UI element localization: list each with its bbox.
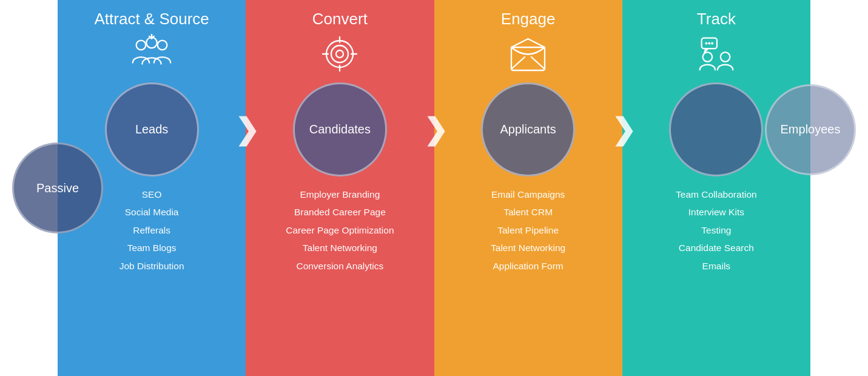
candidates-label: Candidates xyxy=(309,123,371,136)
attract-header: Attract & Source xyxy=(94,0,209,29)
employees-label: Employees xyxy=(781,123,841,136)
track-feature-5: Emails xyxy=(702,257,731,275)
convert-feature-5: Conversion Analytics xyxy=(296,257,383,275)
engage-feature-2: Talent CRM xyxy=(503,203,553,221)
svg-point-4 xyxy=(331,45,348,62)
leads-node: Leads xyxy=(105,82,199,176)
svg-point-16 xyxy=(705,42,707,44)
track-feature-4: Candidate Search xyxy=(679,239,754,257)
convert-feature-2: Branded Career Page xyxy=(294,203,386,221)
engage-section: Engage Applicants ❯ Email Cam xyxy=(434,0,622,376)
passive-label: Passive xyxy=(36,181,79,195)
attract-chevron: ❯ xyxy=(235,115,259,144)
track-features: Team Collaboration Interview Kits Testin… xyxy=(676,183,757,376)
engage-circle-row: Applicants ❯ xyxy=(434,76,622,183)
convert-feature-1: Employer Branding xyxy=(300,186,380,203)
applicants-node: Applicants xyxy=(481,82,575,176)
track-feature-1: Team Collaboration xyxy=(676,186,757,203)
track-feature-2: Interview Kits xyxy=(688,203,744,221)
track-icon xyxy=(693,31,740,76)
svg-point-14 xyxy=(721,52,730,62)
svg-point-13 xyxy=(702,52,712,62)
passive-node: Passive xyxy=(12,143,103,233)
convert-chevron: ❯ xyxy=(423,115,448,144)
track-circle-row: Employees xyxy=(622,76,810,183)
convert-feature-4: Talent Networking xyxy=(303,239,377,257)
attract-feature-4: Team Blogs xyxy=(127,239,177,257)
attract-feature-5: Job Distribution xyxy=(119,257,184,275)
passive-circle-wrapper: Passive xyxy=(12,143,103,233)
employees-node: Employees xyxy=(765,84,856,175)
engage-header: Engage xyxy=(501,0,556,29)
engage-feature-4: Talent Networking xyxy=(491,239,565,257)
employees-column xyxy=(810,0,868,376)
attract-feature-1: SEO xyxy=(142,186,162,203)
convert-circle-row: Candidates ❯ xyxy=(246,76,434,183)
passive-column: Passive xyxy=(0,0,58,376)
convert-section: Convert Candidates ❯ Employer Branding B… xyxy=(246,0,434,376)
attract-feature-2: Social Media xyxy=(125,203,179,221)
svg-point-5 xyxy=(336,50,343,58)
engage-chevron: ❯ xyxy=(611,115,636,144)
track-section: Track E xyxy=(622,0,810,376)
track-main-node xyxy=(669,82,763,176)
convert-feature-3: Career Page Optimization xyxy=(286,221,394,239)
attract-icon xyxy=(128,31,175,76)
convert-header: Convert xyxy=(312,0,368,29)
convert-icon xyxy=(318,31,361,76)
svg-line-11 xyxy=(511,57,525,69)
track-header: Track xyxy=(697,0,736,29)
leads-label: Leads xyxy=(135,123,169,136)
svg-point-3 xyxy=(326,41,353,67)
convert-features: Employer Branding Branded Career Page Ca… xyxy=(286,183,394,376)
engage-feature-5: Application Form xyxy=(493,257,563,275)
diagram: Passive Attract & Source xyxy=(0,0,868,376)
svg-line-12 xyxy=(531,57,545,69)
engage-feature-1: Email Campaigns xyxy=(491,186,565,203)
applicants-label: Applicants xyxy=(500,123,556,136)
svg-point-17 xyxy=(708,42,710,44)
engage-icon xyxy=(505,31,551,76)
candidates-node: Candidates xyxy=(293,82,387,176)
svg-point-0 xyxy=(136,41,146,50)
track-feature-3: Testing xyxy=(701,221,731,239)
svg-point-18 xyxy=(711,42,713,44)
attract-features: SEO Social Media Refferals Team Blogs Jo… xyxy=(119,183,184,376)
attract-feature-3: Refferals xyxy=(133,221,170,239)
svg-point-1 xyxy=(158,41,167,50)
employees-circle-wrapper: Employees xyxy=(765,84,856,175)
engage-features: Email Campaigns Talent CRM Talent Pipeli… xyxy=(491,183,565,376)
engage-feature-3: Talent Pipeline xyxy=(497,221,559,239)
